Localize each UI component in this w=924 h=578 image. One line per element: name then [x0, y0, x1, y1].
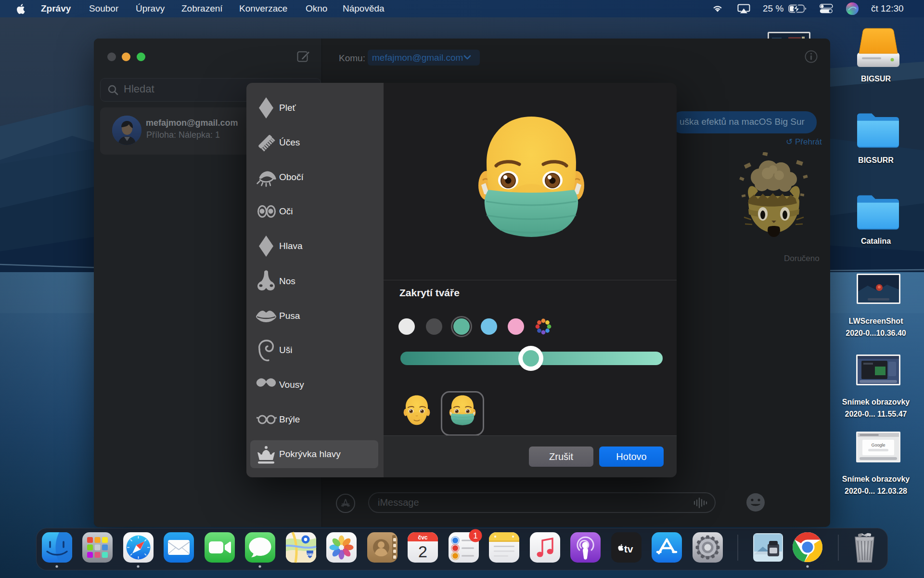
svg-text:čvc: čvc	[418, 534, 427, 541]
svg-text:tv: tv	[624, 543, 633, 554]
svg-text:Google: Google	[871, 443, 885, 447]
svg-text:2: 2	[418, 542, 427, 561]
svg-text:280: 280	[307, 552, 313, 557]
svg-text:1: 1	[473, 531, 477, 540]
